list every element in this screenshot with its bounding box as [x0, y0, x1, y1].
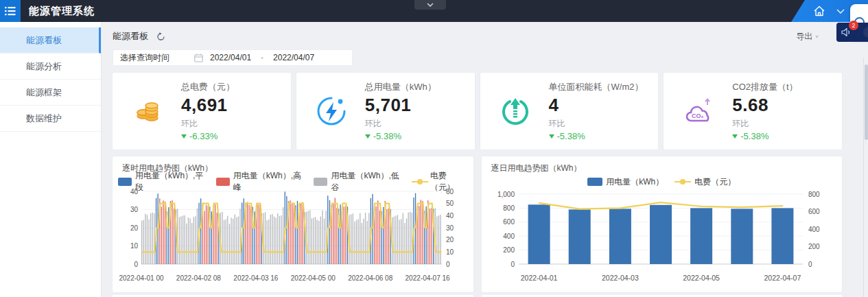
svg-text:200: 200 [808, 243, 820, 250]
home-icon[interactable] [813, 5, 825, 16]
svg-text:60: 60 [446, 188, 454, 195]
svg-text:40: 40 [446, 212, 454, 219]
svg-text:0: 0 [446, 261, 450, 268]
svg-text:1,000: 1,000 [497, 191, 514, 198]
page-toolbar: 能源看板 导出 ˅ [102, 22, 868, 48]
svg-text:0: 0 [808, 261, 812, 268]
kpi-value: 4 [549, 95, 644, 116]
svg-text:50: 50 [446, 200, 454, 207]
svg-text:800: 800 [503, 204, 515, 212]
svg-text:2022-04-02 08: 2022-04-02 08 [176, 274, 221, 282]
svg-text:0: 0 [134, 261, 138, 268]
kpi-label: 单位面积能耗（W/m2） [549, 81, 644, 93]
daily-trend-card: 逐日用电趋势图（kWh） 用电量（kWh） 电费（元） 020040060080… [482, 156, 843, 292]
chevron-down-icon[interactable] [836, 9, 845, 14]
page-tab-label[interactable]: 能源看板 [113, 30, 148, 43]
chevron-down-icon [427, 3, 434, 7]
svg-text:2022-04-05 00: 2022-04-05 00 [291, 274, 336, 282]
kpi-change-value: -5.38% [373, 131, 401, 141]
date-picker-label: 选择查询时间 [120, 52, 169, 64]
date-end-value[interactable]: 2022/04/07 [273, 53, 314, 62]
kpi-change-value: -6.33% [189, 131, 218, 141]
hourly-trend-chart: 01020304001020304050602022-04-01 002022-… [118, 187, 468, 286]
date-range-picker[interactable]: 选择查询时间 2022/04/01 - 2022/04/07 [113, 49, 353, 66]
svg-text:800: 800 [808, 191, 820, 198]
app-title: 能源管理系统 [29, 5, 95, 18]
kpi-compare-label: 环比 [732, 118, 797, 130]
down-arrow-icon [732, 134, 738, 139]
refresh-button[interactable] [156, 32, 165, 41]
down-arrow-icon [549, 134, 554, 139]
notification-badge: 2 [849, 21, 858, 30]
svg-text:200: 200 [503, 246, 515, 254]
legend-item-1[interactable]: 电费（元） [675, 176, 736, 188]
scrollbar-thumb[interactable] [865, 64, 868, 140]
svg-text:10: 10 [130, 242, 139, 250]
kpi-card-total-usage: 总用电量（kWh） 5,701 环比 -5.38% [296, 73, 475, 150]
notification-widget[interactable]: 2 [836, 23, 868, 42]
svg-text:2022-04-05: 2022-04-05 [683, 274, 720, 282]
hourly-chart-legend: 用电量（kWh）,平段用电量（kWh）,高峰用电量（kWh）,低谷 电费（元） [118, 176, 468, 187]
svg-text:30: 30 [130, 206, 139, 213]
kpi-label: 总电费（元） [181, 81, 235, 93]
calendar-icon [194, 54, 203, 62]
app-header: 能源管理系统 [0, 0, 868, 22]
kpi-card-energy-intensity: 单位面积能耗（W/m2） 4 环比 -5.38% [480, 73, 659, 150]
sidebar-item-energy-framework[interactable]: 能源框架 [0, 80, 101, 106]
kpi-label: CO2排放量（t） [732, 81, 797, 93]
svg-text:600: 600 [808, 208, 820, 215]
down-arrow-icon [181, 134, 187, 139]
filter-row: 选择查询时间 2022/04/01 - 2022/04/07 [113, 49, 842, 66]
legend-bar-swatch [587, 178, 602, 186]
legend-item-0[interactable]: 用电量（kWh） [587, 176, 664, 188]
kpi-value: 5,701 [365, 95, 436, 116]
kpi-label: 总用电量（kWh） [365, 81, 436, 93]
kpi-value: 4,691 [181, 95, 235, 116]
svg-text:2022-04-01: 2022-04-01 [520, 274, 557, 282]
down-arrow-icon [365, 134, 371, 139]
daily-trend-chart: 02004006008001,00002004006008002022-04-0… [487, 187, 837, 286]
kpi-compare-label: 环比 [181, 118, 235, 130]
kpi-compare-label: 环比 [549, 118, 644, 130]
legend-line-swatch [412, 178, 427, 186]
legend-line-swatch [675, 178, 691, 186]
svg-text:0: 0 [511, 261, 515, 268]
legend-bar-swatch [118, 178, 132, 186]
kpi-card-co2-emission: CO₂ CO2排放量（t） 5.68 环比 -5.38% [664, 73, 842, 150]
charts-row: 逐时用电趋势图（kWh） 用电量（kWh）,平段用电量（kWh）,高峰用电量（k… [113, 156, 842, 292]
co2-cloud-icon: CO₂ [683, 95, 714, 127]
daily-chart-legend: 用电量（kWh） 电费（元） [487, 176, 837, 187]
svg-text:2022-04-07: 2022-04-07 [764, 274, 801, 282]
svg-text:2022-04-01 00: 2022-04-01 00 [119, 274, 163, 282]
svg-text:20: 20 [446, 236, 454, 243]
sidebar-item-energy-dashboard[interactable]: 能源看板 [0, 27, 101, 54]
svg-text:10: 10 [446, 248, 454, 256]
sidebar-item-energy-analysis[interactable]: 能源分析 [0, 54, 101, 80]
chevron-down-icon: ˅ [815, 34, 819, 40]
export-label: 导出 [796, 31, 812, 43]
list-menu-icon [5, 6, 16, 16]
overlay-extra-icon [863, 27, 868, 38]
sidebar-nav: 能源看板 能源分析 能源框架 数据维护 [0, 22, 102, 297]
sidebar-item-data-maintenance[interactable]: 数据维护 [0, 106, 101, 132]
kpi-change-value: -5.38% [557, 131, 585, 141]
kpi-change-value: -5.38% [740, 131, 769, 141]
svg-text:600: 600 [503, 218, 515, 226]
svg-text:40: 40 [130, 188, 139, 195]
svg-text:30: 30 [446, 224, 454, 232]
export-button[interactable]: 导出 ˅ [796, 31, 819, 43]
date-start-value[interactable]: 2022/04/01 [210, 53, 251, 62]
legend-bar-swatch [314, 178, 327, 186]
main-content: 能源看板 导出 ˅ 选择查询时间 202 [102, 22, 868, 297]
svg-text:CO₂: CO₂ [692, 112, 704, 119]
collapse-header-tab[interactable] [414, 0, 446, 10]
svg-text:2022-04-06 08: 2022-04-06 08 [348, 274, 392, 282]
kpi-card-row: 总电费（元） 4,691 环比 -6.33% 总用电量（kWh） [113, 73, 842, 150]
menu-toggle-button[interactable] [0, 0, 21, 22]
svg-text:400: 400 [808, 226, 820, 233]
svg-text:20: 20 [130, 224, 139, 232]
lightning-icon [316, 95, 347, 127]
vertical-scrollbar[interactable] [863, 58, 868, 297]
date-separator: - [261, 53, 263, 62]
svg-text:2022-04-03 16: 2022-04-03 16 [233, 274, 278, 282]
